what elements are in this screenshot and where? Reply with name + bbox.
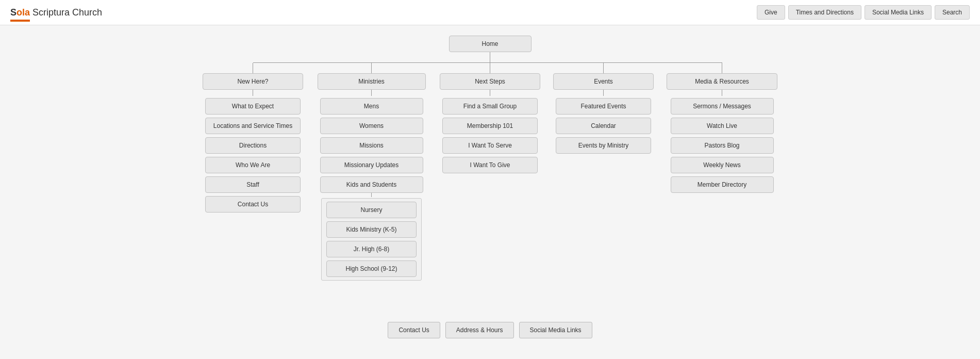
times-directions-button[interactable]: Times and Directions: [788, 5, 861, 20]
column-events: Events Featured Events Calendar Events b…: [547, 63, 660, 154]
five-columns: New Here? What to Expect Locations and S…: [196, 63, 784, 281]
calendar-node[interactable]: Calendar: [556, 118, 651, 134]
i-want-serve-node[interactable]: I Want To Serve: [442, 137, 538, 154]
high-school-node[interactable]: High School (9-12): [326, 260, 417, 277]
kids-line-down: [371, 193, 372, 197]
kids-students-group: Kids and Students Nursery Kids Ministry …: [320, 176, 423, 281]
home-node[interactable]: Home: [449, 36, 531, 52]
main-content: Home New Here? What to Expect Locations …: [0, 25, 980, 291]
footer-social-button[interactable]: Social Media Links: [519, 322, 592, 338]
ministries-line-down: [371, 90, 372, 96]
ministries-children: Mens Womens Missions Missionary Updates …: [320, 96, 423, 281]
columns-container: New Here? What to Expect Locations and S…: [196, 62, 784, 281]
header-buttons: Give Times and Directions Social Media L…: [757, 5, 970, 20]
ministries-top-line: [371, 63, 372, 73]
pastors-blog-node[interactable]: Pastors Blog: [671, 137, 774, 154]
media-line-down: [722, 90, 722, 96]
womens-node[interactable]: Womens: [320, 118, 423, 134]
events-line-down: [603, 90, 604, 96]
media-resources-top-node[interactable]: Media & Resources: [667, 73, 777, 90]
next-steps-top-line: [490, 63, 490, 73]
mens-node[interactable]: Mens: [320, 98, 423, 115]
column-next-steps: Next Steps Find a Small Group Membership…: [434, 63, 547, 173]
footer-address-button[interactable]: Address & Hours: [445, 322, 514, 338]
member-directory-node[interactable]: Member Directory: [671, 176, 774, 193]
ministries-top-node[interactable]: Ministries: [318, 73, 426, 90]
missionary-updates-node[interactable]: Missionary Updates: [320, 157, 423, 173]
social-media-button[interactable]: Social Media Links: [865, 5, 932, 20]
watch-live-node[interactable]: Watch Live: [671, 118, 774, 134]
logo-underline: [10, 20, 30, 22]
give-button[interactable]: Give: [757, 5, 785, 20]
column-new-here: New Here? What to Expect Locations and S…: [196, 63, 310, 213]
directions-node[interactable]: Directions: [205, 137, 301, 154]
home-row: Home: [449, 36, 531, 62]
locations-service-times-node[interactable]: Locations and Service Times: [205, 118, 301, 134]
events-children: Featured Events Calendar Events by Minis…: [556, 96, 651, 154]
contact-us-node[interactable]: Contact Us: [205, 196, 301, 213]
next-steps-top-node[interactable]: Next Steps: [440, 73, 540, 90]
jr-high-node[interactable]: Jr. High (6-8): [326, 241, 417, 257]
logo-sola: Sola: [10, 7, 30, 18]
next-steps-line-down: [490, 90, 490, 96]
staff-node[interactable]: Staff: [205, 176, 301, 193]
membership-101-node[interactable]: Membership 101: [442, 118, 538, 134]
new-here-line-down: [253, 90, 253, 96]
events-top-node[interactable]: Events: [553, 73, 654, 90]
weekly-news-node[interactable]: Weekly News: [671, 157, 774, 173]
logo: Sola Scriptura Church: [10, 7, 102, 18]
who-we-are-node[interactable]: Who We Are: [205, 157, 301, 173]
new-here-top-node[interactable]: New Here?: [203, 73, 303, 90]
kids-ministry-node[interactable]: Kids Ministry (K-5): [326, 221, 417, 238]
footer: Contact Us Address & Hours Social Media …: [0, 312, 980, 349]
kids-students-node[interactable]: Kids and Students: [320, 176, 423, 193]
sitemap: Home New Here? What to Expect Locations …: [10, 36, 970, 281]
new-here-top-line: [253, 63, 253, 73]
events-by-ministry-node[interactable]: Events by Ministry: [556, 137, 651, 154]
find-small-group-node[interactable]: Find a Small Group: [442, 98, 538, 115]
footer-contact-button[interactable]: Contact Us: [388, 322, 440, 338]
column-media-resources: Media & Resources Sermons / Messages Wat…: [660, 63, 784, 193]
media-children: Sermons / Messages Watch Live Pastors Bl…: [671, 96, 774, 193]
i-want-give-node[interactable]: I Want To Give: [442, 157, 538, 173]
home-line-down: [490, 52, 490, 62]
header: Sola Scriptura Church Give Times and Dir…: [0, 0, 980, 25]
featured-events-node[interactable]: Featured Events: [556, 98, 651, 115]
new-here-children: What to Expect Locations and Service Tim…: [205, 96, 301, 213]
missions-node[interactable]: Missions: [320, 137, 423, 154]
media-top-line: [722, 63, 722, 73]
kids-sub-children: Nursery Kids Ministry (K-5) Jr. High (6-…: [321, 198, 422, 281]
logo-rest: Scriptura Church: [30, 7, 102, 18]
what-to-expect-node[interactable]: What to Expect: [205, 98, 301, 115]
events-top-line: [603, 63, 604, 73]
column-ministries: Ministries Mens Womens Missions Missiona…: [310, 63, 434, 281]
next-steps-children: Find a Small Group Membership 101 I Want…: [442, 96, 538, 173]
nursery-node[interactable]: Nursery: [326, 202, 417, 218]
sermons-messages-node[interactable]: Sermons / Messages: [671, 98, 774, 115]
search-button[interactable]: Search: [935, 5, 970, 20]
